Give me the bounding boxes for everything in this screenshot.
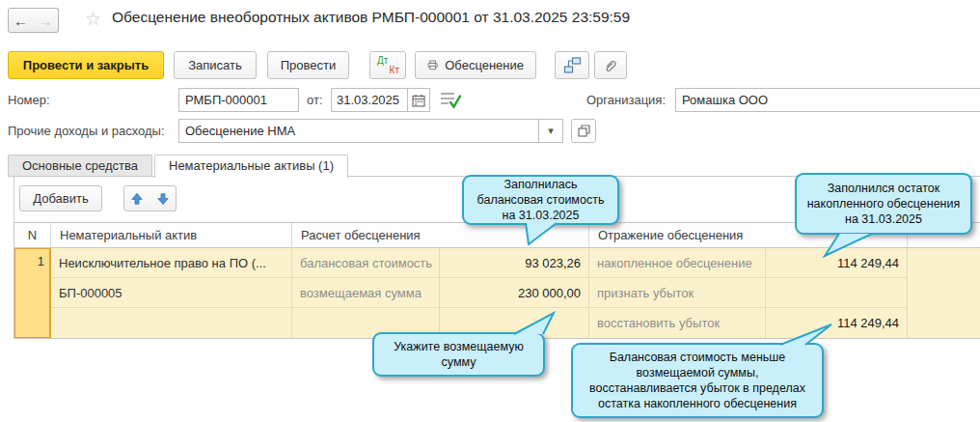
date-label: от: xyxy=(307,88,323,112)
post-and-close-button[interactable]: Провести и закрыть xyxy=(8,51,164,79)
other-income-dropdown-button[interactable]: ▾ xyxy=(538,119,563,143)
show-postings-button[interactable]: Дт Кт xyxy=(369,51,406,79)
move-row-up-button[interactable] xyxy=(123,185,150,211)
calc-value-cell[interactable]: 93 023,26 xyxy=(440,248,589,278)
report-structure-button[interactable] xyxy=(555,51,589,79)
favorite-star-icon[interactable]: ☆ xyxy=(85,8,101,30)
write-label: Записать xyxy=(188,58,242,72)
document-window: ← → ☆ Обесценение внеоборотных активов Р… xyxy=(0,0,980,422)
set-time-button[interactable] xyxy=(440,91,461,112)
callout-accumulated-tail xyxy=(820,233,878,259)
calc-label-cell[interactable]: возмещаемая сумма xyxy=(292,278,440,308)
table-filler-cell[interactable] xyxy=(908,248,980,338)
reflect-value-cell[interactable] xyxy=(766,278,908,308)
tab-intangible-assets-label: Нематериальные активы (1) xyxy=(169,158,334,173)
back-button[interactable]: ← xyxy=(8,8,34,33)
reflect-label-cell[interactable]: признать убыток xyxy=(589,278,766,308)
organization-label: Организация: xyxy=(586,88,666,112)
move-row-down-button[interactable] xyxy=(150,185,177,211)
arrow-down-icon xyxy=(156,192,170,206)
callout-balance-tail xyxy=(516,222,560,247)
tab-intangible-assets[interactable]: Нематериальные активы (1) xyxy=(154,155,348,178)
row-number-cell[interactable]: 1 xyxy=(14,248,51,338)
calc-value-cell[interactable]: 230 000,00 xyxy=(440,278,589,308)
asset-cell-line3[interactable] xyxy=(51,308,292,338)
attachments-button[interactable] xyxy=(594,51,627,79)
back-icon: ← xyxy=(14,13,28,29)
post-label: Провести xyxy=(281,58,337,72)
tab-fixed-assets-label: Основные средства xyxy=(22,158,138,173)
arrow-up-icon xyxy=(130,192,144,206)
printer-icon xyxy=(427,58,438,72)
number-label: Номер: xyxy=(8,88,50,112)
panel-left-border xyxy=(14,177,14,223)
number-input[interactable] xyxy=(178,88,299,112)
reflect-label-cell[interactable]: накопленное обесценение xyxy=(589,248,766,278)
asset-cell-line1[interactable]: Неисключительное право на ПО (... xyxy=(51,248,292,278)
date-input[interactable] xyxy=(331,88,408,112)
open-in-window-icon xyxy=(578,125,590,137)
chevron-down-icon: ▾ xyxy=(548,125,554,137)
credit-icon: Кт xyxy=(390,65,399,75)
callout-recoverable-tail xyxy=(509,311,559,336)
reflect-label-cell[interactable]: восстановить убыток xyxy=(589,308,766,338)
forward-icon: → xyxy=(39,13,53,29)
subordination-structure-icon xyxy=(563,57,582,73)
page-title: Обесценение внеоборотных активов РМБП-00… xyxy=(112,9,630,26)
callout-recoverable-hint: Укажите возмещаемую сумму xyxy=(372,332,545,377)
add-row-button[interactable]: Добавить xyxy=(19,185,102,211)
callout-balance-filled: Заполнилась балансовая стоимость на 31.0… xyxy=(462,175,619,225)
print-impairment-label: Обесценение xyxy=(445,58,524,72)
add-row-label: Добавить xyxy=(33,191,88,206)
callout-restore-tail xyxy=(767,321,839,347)
paperclip-icon xyxy=(603,58,618,73)
tab-fixed-assets[interactable]: Основные средства xyxy=(8,155,152,177)
calendar-icon xyxy=(412,94,425,107)
debit-icon: Дт xyxy=(377,55,388,66)
other-income-input[interactable] xyxy=(178,119,539,143)
print-impairment-button[interactable]: Обесценение xyxy=(415,51,536,79)
other-income-label: Прочие доходы и расходы: xyxy=(8,119,165,143)
callout-restore-loss: Балансовая стоимость меньше возмещаемой … xyxy=(571,343,824,418)
post-button[interactable]: Провести xyxy=(267,51,349,79)
col-header-num: N xyxy=(14,223,51,248)
list-check-icon xyxy=(440,91,461,109)
forward-button[interactable]: → xyxy=(33,8,59,33)
callout-accumulated-filled: Заполнился остаток накопленного обесцене… xyxy=(795,173,972,235)
col-header-asset: Нематериальный актив xyxy=(51,223,292,248)
asset-cell-line2[interactable]: БП-000005 xyxy=(51,278,292,308)
write-button[interactable]: Записать xyxy=(174,51,257,79)
organization-input[interactable] xyxy=(675,88,980,112)
date-picker-button[interactable] xyxy=(407,88,430,112)
calc-label-cell[interactable]: балансовая стоимость xyxy=(292,248,440,278)
post-and-close-label: Провести и закрыть xyxy=(23,58,149,72)
other-income-open-button[interactable] xyxy=(571,119,596,143)
